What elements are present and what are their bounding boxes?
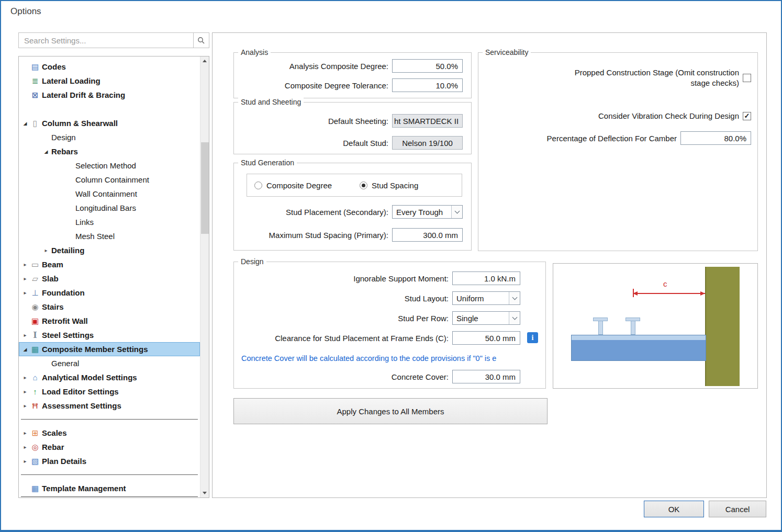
vibration-checkbox[interactable]	[743, 112, 751, 120]
tree-item-lateral-loading[interactable]: ≣ Lateral Loading	[19, 74, 200, 88]
stud-placement-row: Stud Placement (Secondary): Every Trough	[239, 205, 463, 219]
expand-arrow-icon[interactable]: ▸	[21, 262, 29, 267]
default-sheeting-field[interactable]: ht SMARTDECK II	[392, 114, 463, 128]
stud-per-row-dropdown[interactable]: Single	[452, 311, 520, 325]
stud-placement-dropdown[interactable]: Every Trough	[392, 205, 463, 219]
column-shearwall-icon: ▯	[29, 119, 41, 128]
expand-arrow-icon[interactable]: ▸	[21, 403, 29, 409]
tree-item-general[interactable]: General	[19, 356, 200, 370]
apply-changes-button[interactable]: Apply Changes to All Members	[233, 398, 548, 424]
support-moment-input[interactable]: 1.0 kN.m	[452, 271, 520, 285]
scrollbar-thumb[interactable]	[201, 142, 209, 234]
expand-arrow-icon[interactable]: ▸	[21, 332, 29, 338]
expand-arrow-icon[interactable]: ▸	[42, 247, 50, 253]
tree-item-label: Foundation	[42, 288, 85, 297]
degree-tolerance-input[interactable]: 10.0%	[392, 78, 463, 92]
concrete-cover-label: Concrete Cover:	[392, 372, 449, 381]
radio-on-icon	[360, 182, 367, 189]
dropdown-arrow-button[interactable]	[509, 292, 520, 304]
expand-arrow-icon[interactable]: ▸	[21, 375, 29, 380]
tree-item-retrofit-wall[interactable]: ▣ Retrofit Wall	[19, 314, 200, 328]
camber-percentage-input[interactable]: 80.0%	[680, 131, 751, 145]
tree-separator	[21, 474, 198, 475]
tree-item-label: Assessment Settings	[42, 401, 121, 410]
tree-item-rebars[interactable]: ◢ Rebars	[19, 144, 200, 159]
scroll-up-button[interactable]	[200, 56, 209, 65]
cancel-button[interactable]: Cancel	[709, 501, 766, 517]
composite-degree-radio-label: Composite Degree	[266, 181, 332, 190]
tree-item-lateral-drift-bracing[interactable]: ⊠ Lateral Drift & Bracing	[19, 88, 200, 102]
propped-stage-row: Propped Construction Stage (Omit constru…	[484, 67, 751, 89]
tree-item-wall-containment[interactable]: Wall Containment	[19, 187, 200, 201]
tree-item-label: Lateral Loading	[42, 76, 100, 85]
tree-item-selection-method[interactable]: Selection Method	[19, 159, 200, 173]
search-button[interactable]	[193, 33, 209, 48]
expand-arrow-icon[interactable]: ◢	[42, 149, 50, 154]
dropdown-arrow-button[interactable]	[451, 206, 462, 218]
tree-item-load-editor-settings[interactable]: ▸ ↑ Load Editor Settings	[19, 384, 200, 399]
diagram-beam	[571, 335, 706, 361]
stud-generation-mode-panel: Composite Degree Stud Spacing	[247, 174, 462, 197]
expand-arrow-icon[interactable]: ▸	[21, 276, 29, 281]
expand-arrow-icon[interactable]: ▸	[21, 458, 29, 464]
tree-item-stairs[interactable]: ◉ Stairs	[19, 300, 200, 314]
tree-item-plan-details[interactable]: ▸ ▧ Plan Details	[19, 454, 200, 468]
slab-icon: ▱	[29, 274, 41, 284]
tree-item-column-shearwall[interactable]: ◢ ▯ Column & Shearwall	[19, 116, 200, 130]
tree-item-scales[interactable]: ▸ ⊞ Scales	[19, 426, 200, 440]
expand-arrow-icon[interactable]: ▸	[21, 389, 29, 394]
default-stud-row: Default Stud: Nelson 19/100	[239, 136, 463, 150]
expand-arrow-icon[interactable]: ◢	[21, 347, 29, 352]
tree-item-analytical-model-settings[interactable]: ▸ ⌂ Analytical Model Settings	[19, 370, 200, 384]
tree-item-template-management[interactable]: ▦ Template Management	[19, 481, 200, 495]
expand-arrow-icon[interactable]: ▸	[21, 430, 29, 436]
propped-stage-checkbox[interactable]	[743, 74, 751, 82]
template-management-icon: ▦	[29, 484, 41, 493]
default-stud-field[interactable]: Nelson 19/100	[392, 136, 463, 150]
tree-item-codes[interactable]: ▤ Codes	[19, 60, 200, 74]
default-sheeting-row: Default Sheeting: ht SMARTDECK II	[239, 114, 463, 128]
search-input[interactable]	[19, 33, 193, 48]
tree-item-detailing[interactable]: ▸ Detailing	[19, 243, 200, 257]
dropdown-arrow-button[interactable]	[509, 312, 520, 324]
stud-placement-label: Stud Placement (Secondary):	[286, 208, 388, 217]
vibration-check-label: Consider Vibration Check During Design	[598, 111, 739, 120]
options-dialog: Options ▤ Codes ≣ Lateral Loading ⊠ Late…	[0, 0, 782, 532]
tree-item-longitudinal-bars[interactable]: Longitudinal Bars	[19, 201, 200, 215]
stud-layout-dropdown[interactable]: Uniform	[452, 291, 520, 305]
stud-spacing-radio[interactable]: Stud Spacing	[360, 181, 418, 190]
tree-item-foundation[interactable]: ▸ ⊥ Foundation	[19, 286, 200, 300]
tree-separator	[21, 419, 198, 420]
concrete-cover-input[interactable]: 30.0 mm	[452, 370, 520, 383]
ok-button[interactable]: OK	[644, 501, 704, 517]
design-group: Design Ignorable Support Moment: 1.0 kN.…	[233, 262, 546, 389]
analysis-group-title: Analysis	[238, 48, 271, 56]
composite-degree-radio[interactable]: Composite Degree	[254, 181, 332, 190]
tree-item-column-containment[interactable]: Column Containment	[19, 173, 200, 187]
clearance-input[interactable]: 50.0 mm	[452, 331, 520, 345]
tree-item-label: Mesh Steel	[75, 232, 115, 241]
scroll-down-button[interactable]	[200, 489, 209, 497]
tree-item-mesh-steel[interactable]: Mesh Steel	[19, 229, 200, 243]
expand-arrow-icon[interactable]: ▸	[21, 290, 29, 296]
tree-item-assessment-settings[interactable]: ▸ Ħ Assessment Settings	[19, 399, 200, 413]
tree-item-design[interactable]: Design	[19, 130, 200, 144]
tree-item-steel-settings[interactable]: ▸ I Steel Settings	[19, 328, 200, 342]
tree-item-label: Rebar	[42, 443, 64, 451]
tree-item-rebar[interactable]: ▸ ◎ Rebar	[19, 440, 200, 454]
composite-degree-input[interactable]: 50.0%	[392, 59, 463, 73]
tree-item-links[interactable]: Links	[19, 215, 200, 229]
info-icon[interactable]	[527, 332, 538, 343]
tree-item-label: Beam	[42, 260, 63, 269]
expand-arrow-icon[interactable]: ◢	[21, 121, 29, 126]
tree-item-composite-member-settings[interactable]: ◢ ▦ Composite Member Settings	[19, 342, 200, 356]
tree-item-beam[interactable]: ▸ ▭ Beam	[19, 257, 200, 271]
expand-arrow-icon[interactable]: ▸	[21, 444, 29, 450]
max-stud-spacing-input[interactable]: 300.0 mm	[392, 228, 463, 242]
support-moment-row: Ignorable Support Moment: 1.0 kN.m	[239, 271, 520, 285]
settings-content-panel: Analysis Analysis Composite Degree: 50.0…	[212, 32, 767, 498]
retrofit-wall-icon: ▣	[29, 316, 41, 326]
tree-scrollbar[interactable]	[200, 56, 209, 497]
tree-item-label: Plan Details	[42, 457, 86, 466]
tree-item-slab[interactable]: ▸ ▱ Slab	[19, 271, 200, 286]
